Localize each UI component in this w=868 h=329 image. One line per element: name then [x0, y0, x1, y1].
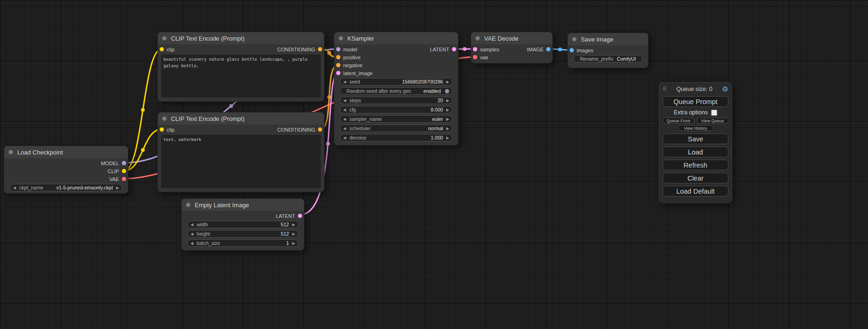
node-title-bar[interactable]: CLIP Text Encode (Prompt) [158, 32, 324, 44]
load-default-button[interactable]: Load Default [663, 186, 728, 196]
node-ksampler[interactable]: KSampler model LATENT positive negative … [334, 32, 459, 146]
node-empty-latent-image[interactable]: Empty Latent Image LATENT ◀ width 512 ▶ … [181, 198, 304, 251]
clear-button[interactable]: Clear [663, 173, 728, 183]
node-graph-canvas[interactable]: Load Checkpoint MODEL CLIP VAE ◀ ckpt_na… [0, 0, 868, 329]
clip-input-dot[interactable] [160, 47, 164, 51]
increment-arrow-icon[interactable]: ▶ [446, 117, 449, 121]
link-midpoint-dot [141, 108, 145, 112]
slot-label: clip [167, 127, 175, 133]
model-latent-slot-row: model LATENT [334, 45, 458, 53]
collapse-dot-icon[interactable] [186, 203, 191, 207]
link-midpoint-dot [558, 48, 562, 51]
queue-front-button[interactable]: Queue Front [663, 118, 694, 124]
node-clip-text-encode-negative[interactable]: CLIP Text Encode (Prompt) clip CONDITION… [157, 112, 325, 192]
toggle-on-dot[interactable] [445, 89, 449, 93]
decrement-arrow-icon[interactable]: ◀ [343, 108, 346, 112]
positive-slot-row: positive [334, 53, 458, 61]
view-queue-button[interactable]: View Queue [697, 118, 728, 124]
link-midpoint-dot [327, 51, 331, 55]
refresh-button[interactable]: Refresh [663, 160, 728, 170]
node-title-bar[interactable]: KSampler [334, 32, 458, 44]
node-title-bar[interactable]: Empty Latent Image [182, 199, 304, 211]
node-title-bar[interactable]: Save Image [568, 33, 648, 45]
increment-arrow-icon[interactable]: ▶ [446, 126, 449, 131]
node-save-image[interactable]: Save Image images filename_prefix ComfyU… [567, 33, 649, 68]
conditioning-output-dot[interactable] [318, 127, 322, 132]
latent-output-dot[interactable] [298, 214, 302, 218]
increment-arrow-icon[interactable]: ▶ [446, 98, 449, 103]
negative-input-dot[interactable] [336, 63, 340, 67]
sampler-name-widget[interactable]: ◀ sampler_name euler ▶ [340, 115, 452, 123]
negative-prompt-textarea[interactable]: text, watermark [161, 135, 321, 188]
extra-options-row: Extra options [663, 109, 728, 116]
link-midpoint-dot [326, 142, 330, 146]
decrement-arrow-icon[interactable]: ◀ [191, 223, 193, 227]
batch-size-widget[interactable]: ◀ batch_size 1 ▶ [187, 239, 298, 247]
decrement-arrow-icon[interactable]: ◀ [191, 241, 193, 245]
settings-gear-icon[interactable]: ⚙ [722, 85, 728, 93]
slot-label: positive [343, 55, 360, 60]
decrement-arrow-icon[interactable]: ◀ [343, 80, 346, 84]
latent-image-input-dot[interactable] [336, 71, 340, 75]
decrement-arrow-icon[interactable]: ◀ [13, 186, 16, 190]
clip-input-dot[interactable] [160, 127, 164, 132]
denoise-widget[interactable]: ◀ denoise 1.000 ▶ [340, 134, 452, 141]
latent-output-dot[interactable] [452, 47, 456, 51]
collapse-dot-icon[interactable] [572, 37, 577, 42]
node-load-checkpoint[interactable]: Load Checkpoint MODEL CLIP VAE ◀ ckpt_na… [4, 146, 128, 194]
model-input-dot[interactable] [336, 47, 340, 51]
collapse-dot-icon[interactable] [339, 36, 343, 41]
link-midpoint-dot [463, 47, 466, 51]
decrement-arrow-icon[interactable]: ◀ [343, 98, 346, 103]
ckpt-name-widget[interactable]: ◀ ckpt_name v1-5-pruned-emaonly.ckpt ▶ [10, 184, 122, 191]
positive-input-dot[interactable] [336, 55, 340, 59]
height-widget[interactable]: ◀ height 512 ▶ [187, 230, 298, 238]
load-button[interactable]: Load [663, 147, 728, 157]
collapse-dot-icon[interactable] [162, 116, 167, 121]
collapse-dot-icon[interactable] [162, 36, 167, 41]
widget-label: Random seed after every gen [346, 88, 411, 94]
model-output-dot[interactable] [122, 161, 126, 165]
samples-input-dot[interactable] [473, 47, 477, 51]
collapse-dot-icon[interactable] [475, 36, 480, 41]
decrement-arrow-icon[interactable]: ◀ [343, 126, 346, 131]
save-button[interactable]: Save [663, 133, 728, 144]
increment-arrow-icon[interactable]: ▶ [292, 241, 295, 245]
slot-label: samples [480, 47, 499, 52]
slot-label: IMAGE [527, 47, 543, 52]
increment-arrow-icon[interactable]: ▶ [292, 232, 295, 236]
increment-arrow-icon[interactable]: ▶ [446, 136, 449, 140]
decrement-arrow-icon[interactable]: ◀ [191, 232, 193, 236]
positive-prompt-textarea[interactable]: beautiful scenery nature glass bottle la… [161, 55, 321, 98]
node-title-bar[interactable]: VAE Decode [471, 32, 552, 44]
seed-widget[interactable]: ◀ seed 156680208700286 ▶ [340, 78, 452, 85]
random-seed-toggle-widget[interactable]: Random seed after every gen enabled [340, 87, 452, 95]
images-input-dot[interactable] [570, 48, 574, 52]
clip-output-dot[interactable] [122, 169, 126, 173]
increment-arrow-icon[interactable]: ▶ [116, 186, 119, 190]
vae-input-dot[interactable] [473, 55, 477, 59]
steps-widget[interactable]: ◀ steps 20 ▶ [340, 97, 452, 104]
node-vae-decode[interactable]: VAE Decode samples IMAGE vae [471, 32, 553, 63]
cfg-widget[interactable]: ◀ cfg 8.000 ▶ [340, 106, 452, 113]
image-output-dot[interactable] [546, 47, 550, 51]
queue-prompt-button[interactable]: Queue Prompt [663, 96, 728, 107]
drag-handle-icon[interactable]: ⠿ [663, 86, 667, 92]
decrement-arrow-icon[interactable]: ◀ [343, 136, 346, 140]
increment-arrow-icon[interactable]: ▶ [446, 108, 449, 112]
view-history-button[interactable]: View History [678, 125, 713, 131]
node-title-bar[interactable]: Load Checkpoint [4, 146, 128, 158]
increment-arrow-icon[interactable]: ▶ [446, 80, 449, 84]
increment-arrow-icon[interactable]: ▶ [292, 223, 295, 227]
vae-output-dot[interactable] [122, 177, 126, 181]
conditioning-output-dot[interactable] [318, 47, 322, 51]
filename-prefix-widget[interactable]: filename_prefix ComfyUI [573, 55, 642, 63]
width-widget[interactable]: ◀ width 512 ▶ [187, 221, 298, 228]
decrement-arrow-icon[interactable]: ◀ [343, 117, 346, 121]
extra-options-checkbox[interactable] [711, 110, 717, 116]
widget-label: filename_prefix [580, 56, 613, 62]
node-clip-text-encode-positive[interactable]: CLIP Text Encode (Prompt) clip CONDITION… [157, 32, 325, 102]
node-title-bar[interactable]: CLIP Text Encode (Prompt) [158, 112, 324, 125]
collapse-dot-icon[interactable] [8, 150, 13, 154]
scheduler-widget[interactable]: ◀ scheduler normal ▶ [340, 125, 452, 132]
